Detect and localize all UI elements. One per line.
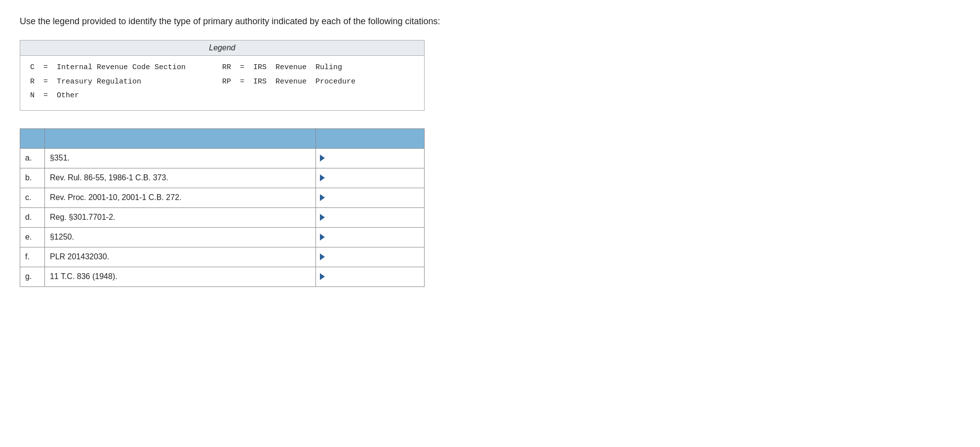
row-label-c: c.	[20, 188, 45, 207]
table-row: c.Rev. Proc. 2001-10, 2001-1 C.B. 272.	[20, 188, 425, 207]
legend-left: C = Internal Revenue Code Section R = Tr…	[30, 61, 222, 103]
answer-input-6[interactable]	[321, 271, 419, 283]
legend-item-rp: RP = IRS Revenue Procedure	[222, 75, 414, 89]
table-row: e.§1250.	[20, 227, 425, 247]
answer-input-0[interactable]	[321, 153, 419, 164]
legend-title: Legend	[20, 41, 424, 56]
intro-text: Use the legend provided to identify the …	[20, 15, 960, 28]
row-label-e: e.	[20, 227, 45, 247]
row-citation-4: §1250.	[44, 227, 315, 247]
legend-content: C = Internal Revenue Code Section R = Tr…	[20, 56, 424, 110]
legend-item-rr: RR = IRS Revenue Ruling	[222, 61, 414, 75]
row-label-b: b.	[20, 168, 45, 188]
citations-table: a.§351.b.Rev. Rul. 86-55, 1986-1 C.B. 37…	[20, 128, 425, 287]
table-row: f.PLR 201432030.	[20, 247, 425, 267]
legend-item-c: C = Internal Revenue Code Section	[30, 61, 222, 75]
row-label-g: g.	[20, 267, 45, 286]
row-answer-1[interactable]	[316, 168, 425, 188]
row-answer-3[interactable]	[316, 207, 425, 227]
row-citation-1: Rev. Rul. 86-55, 1986-1 C.B. 373.	[44, 168, 315, 188]
row-label-a: a.	[20, 148, 45, 168]
row-answer-4[interactable]	[316, 227, 425, 247]
answer-input-5[interactable]	[321, 251, 419, 263]
answer-input-4[interactable]	[321, 232, 419, 243]
dropdown-arrow-icon	[320, 273, 325, 280]
answer-input-3[interactable]	[321, 212, 419, 223]
row-answer-6[interactable]	[316, 267, 425, 286]
legend-right: RR = IRS Revenue Ruling RP = IRS Revenue…	[222, 61, 414, 103]
table-body: a.§351.b.Rev. Rul. 86-55, 1986-1 C.B. 37…	[20, 148, 425, 286]
dropdown-arrow-icon	[320, 214, 325, 221]
dropdown-arrow-icon	[320, 234, 325, 241]
dropdown-arrow-icon	[320, 155, 325, 162]
legend-item-r: R = Treasury Regulation	[30, 75, 222, 89]
answer-input-1[interactable]	[321, 172, 419, 184]
row-citation-2: Rev. Proc. 2001-10, 2001-1 C.B. 272.	[44, 188, 315, 207]
row-answer-2[interactable]	[316, 188, 425, 207]
header-label	[20, 128, 45, 148]
row-answer-5[interactable]	[316, 247, 425, 267]
dropdown-arrow-icon	[320, 194, 325, 201]
table-row: b.Rev. Rul. 86-55, 1986-1 C.B. 373.	[20, 168, 425, 188]
table-header-row	[20, 128, 425, 148]
row-citation-3: Reg. §301.7701-2.	[44, 207, 315, 227]
row-citation-5: PLR 201432030.	[44, 247, 315, 267]
table-row: d.Reg. §301.7701-2.	[20, 207, 425, 227]
answer-input-2[interactable]	[321, 192, 419, 203]
row-citation-6: 11 T.C. 836 (1948).	[44, 267, 315, 286]
table-row: g.11 T.C. 836 (1948).	[20, 267, 425, 286]
table-row: a.§351.	[20, 148, 425, 168]
dropdown-arrow-icon	[320, 174, 325, 181]
legend-box: Legend C = Internal Revenue Code Section…	[20, 40, 425, 111]
row-label-d: d.	[20, 207, 45, 227]
header-answer	[316, 128, 425, 148]
row-label-f: f.	[20, 247, 45, 267]
row-answer-0[interactable]	[316, 148, 425, 168]
row-citation-0: §351.	[44, 148, 315, 168]
header-citation	[44, 128, 315, 148]
dropdown-arrow-icon	[320, 253, 325, 260]
legend-item-n: N = Other	[30, 89, 222, 103]
